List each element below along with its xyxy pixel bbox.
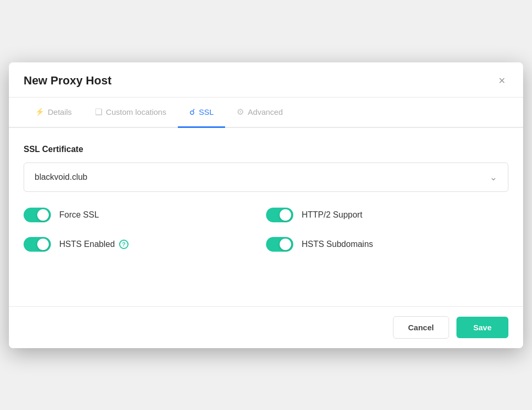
- ssl-certificate-label: SSL Certificate: [24, 145, 508, 154]
- tab-custom-locations-label: Custom locations: [106, 107, 166, 116]
- certificate-select[interactable]: blackvoid.club ⌄: [24, 163, 508, 192]
- http2-label: HTTP/2 Support: [302, 210, 363, 220]
- select-display[interactable]: blackvoid.club ⌄: [24, 163, 508, 191]
- tab-details-label: Details: [48, 107, 72, 116]
- tab-ssl-label: SSL: [199, 107, 214, 116]
- close-button[interactable]: ×: [495, 74, 508, 88]
- chevron-down-icon: ⌄: [490, 171, 497, 183]
- layers-icon: [95, 107, 102, 117]
- tabs-bar: Details Custom locations ☌ SSL Advanced: [9, 98, 523, 128]
- tab-advanced[interactable]: Advanced: [225, 98, 294, 128]
- hsts-subdomains-thumb: [280, 239, 291, 250]
- hsts-enabled-thumb: [37, 239, 49, 250]
- tab-advanced-label: Advanced: [248, 107, 283, 116]
- force-ssl-toggle[interactable]: [24, 208, 51, 222]
- shield-icon: ☌: [189, 107, 195, 117]
- modal: New Proxy Host × Details Custom location…: [9, 62, 523, 348]
- hsts-subdomains-toggle[interactable]: [266, 237, 293, 252]
- modal-footer: Cancel Save: [9, 306, 523, 348]
- modal-title: New Proxy Host: [24, 74, 112, 88]
- tab-custom-locations[interactable]: Custom locations: [83, 98, 178, 128]
- hsts-enabled-toggle[interactable]: [24, 237, 51, 252]
- toggle-row-force-ssl: Force SSL: [24, 208, 266, 222]
- cancel-button[interactable]: Cancel: [393, 316, 449, 339]
- force-ssl-label: Force SSL: [59, 210, 99, 220]
- tab-ssl[interactable]: ☌ SSL: [178, 98, 225, 128]
- gear-icon: [237, 107, 244, 117]
- http2-toggle[interactable]: [266, 208, 293, 222]
- save-button[interactable]: Save: [456, 317, 508, 338]
- bolt-icon: [35, 107, 44, 116]
- http2-track: [266, 208, 293, 222]
- hsts-enabled-label: HSTS Enabled ?: [59, 240, 129, 249]
- force-ssl-thumb: [37, 209, 49, 221]
- select-value: blackvoid.club: [35, 172, 88, 182]
- toggle-row-http2: HTTP/2 Support: [266, 208, 508, 222]
- modal-body: SSL Certificate blackvoid.club ⌄ F: [9, 128, 523, 306]
- toggle-row-hsts-subdomains: HSTS Subdomains: [266, 237, 508, 252]
- force-ssl-track: [24, 208, 51, 222]
- tab-details[interactable]: Details: [24, 98, 83, 127]
- hsts-subdomains-track: [266, 237, 293, 252]
- http2-thumb: [280, 209, 291, 221]
- help-icon[interactable]: ?: [119, 240, 129, 249]
- toggles-grid: Force SSL HTTP/2 Support: [24, 208, 508, 252]
- modal-header: New Proxy Host ×: [9, 62, 523, 98]
- toggle-row-hsts-enabled: HSTS Enabled ?: [24, 237, 266, 252]
- overlay: New Proxy Host × Details Custom location…: [0, 0, 532, 410]
- hsts-enabled-track: [24, 237, 51, 252]
- hsts-subdomains-label: HSTS Subdomains: [302, 240, 373, 249]
